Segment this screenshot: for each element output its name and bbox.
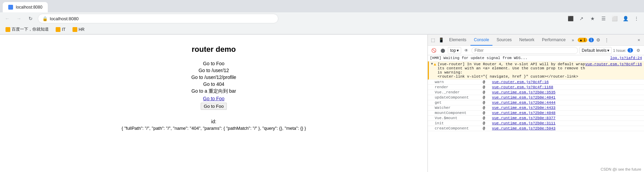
call-row-create: createComponent @ vue.runtime.esm.js?2b0…: [428, 126, 644, 131]
bookmarks-bar: 百度一下，你就知道 IT HR: [0, 25, 644, 34]
devtools-toolbar: ⬚ 📱 Elements Console Sources Network Per…: [428, 35, 644, 46]
devtools-more-icon[interactable]: ⋮: [603, 36, 610, 44]
csdn-watermark: CSDN @i see the future: [601, 167, 641, 171]
tab-elements[interactable]: Elements: [446, 35, 470, 46]
context-selector[interactable]: top ▾: [448, 47, 461, 54]
call-source-vue-render[interactable]: vue.runtime.esm.js?2b0e:3535: [492, 90, 556, 94]
console-settings-icon[interactable]: ⚙: [634, 47, 642, 54]
call-source-init[interactable]: vue.runtime.esm.js?2b0e:3111: [492, 121, 556, 125]
id-label: id:: [211, 119, 216, 124]
tab-favicon: [8, 5, 13, 10]
call-method-mount: mountComponent: [435, 111, 476, 115]
bookmark-hr[interactable]: HR: [70, 26, 87, 33]
at-label-7: @: [483, 111, 485, 115]
call-source-create[interactable]: vue.runtime.esm.js?2b0e:5943: [492, 126, 556, 130]
link-goto-foo-text: Go to Foo: [203, 61, 224, 66]
more-tabs-button[interactable]: »: [570, 36, 576, 44]
call-source-get[interactable]: vue.runtime.esm.js?2b0e:4444: [492, 101, 556, 105]
forward-button[interactable]: →: [14, 14, 23, 23]
default-levels-selector[interactable]: Default levels ▾: [579, 47, 612, 54]
warning-source[interactable]: vue-router.esm.js?8c4f:16: [585, 62, 642, 66]
preserve-log-button[interactable]: ⬤: [439, 47, 446, 54]
back-button[interactable]: ←: [3, 14, 12, 23]
at-label-5: @: [483, 101, 485, 105]
filter-input[interactable]: [471, 47, 578, 54]
link-goto-404: Go to 404: [203, 81, 224, 87]
at-label-2: @: [483, 85, 485, 89]
bookmark-baidu[interactable]: 百度一下，你就知道: [3, 26, 52, 33]
tab-performance[interactable]: Performance: [538, 35, 569, 46]
goto-foo-button[interactable]: Go to Foo: [201, 103, 227, 110]
warning-text: [vue-router] In Vue Router 4, the v-slot…: [437, 62, 585, 79]
eye-icon[interactable]: 👁: [463, 47, 470, 54]
console-output[interactable]: [HMR] Waiting for update signal from WDS…: [428, 55, 644, 172]
bookmark-icon[interactable]: ★: [588, 14, 597, 23]
at-label-10: @: [483, 126, 485, 130]
menu-icon[interactable]: ⋮: [632, 14, 641, 23]
clear-console-button[interactable]: 🚫: [430, 47, 437, 54]
page-content: router demo Go to Foo Go to /user/12 Go …: [0, 35, 428, 172]
tab-search-icon[interactable]: ☰: [599, 14, 608, 23]
bookmark-it[interactable]: IT: [53, 26, 68, 33]
lock-icon: 🔒: [42, 16, 48, 21]
refresh-button[interactable]: ↻: [26, 14, 35, 23]
call-source-dollar-mount[interactable]: vue.runtime.esm.js?2b0e:8377: [492, 116, 556, 120]
call-source-update[interactable]: vue.runtime.esm.js?2b0e:4041: [492, 95, 556, 100]
cast-icon[interactable]: ⬛: [566, 14, 575, 23]
profile-icon[interactable]: 👤: [621, 14, 630, 23]
call-row-update: updateComponent @ vue.runtime.esm.js?2b0…: [428, 95, 644, 100]
call-method-dollar-mount: Vue.$mount: [435, 116, 476, 120]
call-source-mount[interactable]: vue.runtime.esm.js?2b0e:4048: [492, 111, 556, 115]
bookmark-favicon: [5, 27, 10, 32]
main-container: router demo Go to Foo Go to /user/12 Go …: [0, 35, 644, 172]
toolbar-icons: ⬛ ↗ ★ ☰ ⬜ 👤 ⋮: [566, 14, 641, 23]
devtools-settings-icon[interactable]: ⚙: [595, 36, 602, 44]
browser-chrome: localhost:8080 ← → ↻ 🔒 localhost:8080 ⬛ …: [0, 0, 644, 35]
levels-dropdown-icon: ▾: [607, 48, 609, 53]
address-bar[interactable]: 🔒 localhost:8080: [38, 14, 278, 23]
at-label-4: @: [483, 95, 485, 100]
share-icon[interactable]: ↗: [577, 14, 586, 23]
tab-sources[interactable]: Sources: [493, 35, 515, 46]
at-label: @: [483, 80, 485, 84]
console-entry-warning: ▼ ▲ [vue-router] In Vue Router 4, the v-…: [428, 61, 644, 80]
tab-label: localhost:8080: [16, 5, 42, 10]
url-display: localhost:8080: [50, 16, 274, 21]
call-source-warn[interactable]: vue-router.esm.js?8c4f:16: [492, 80, 549, 84]
devtools-close-button[interactable]: ×: [635, 36, 643, 44]
bookmark-hr-favicon: [73, 27, 77, 32]
call-row-get: get @ vue.runtime.esm.js?2b0e:4444: [428, 100, 644, 105]
bookmark-hr-label: HR: [79, 27, 85, 32]
browser-tab[interactable]: localhost:8080: [3, 2, 48, 12]
warning-badge: ▲ 1: [578, 38, 587, 42]
at-label-6: @: [483, 106, 485, 110]
tab-console[interactable]: Console: [470, 35, 492, 46]
call-method-watcher: Watcher: [435, 106, 476, 110]
link-goto-user12-profile: Go to /user/12/profile: [191, 74, 236, 80]
at-label-9: @: [483, 121, 485, 125]
link-goto-foo-anchor[interactable]: Go to Foo: [203, 96, 224, 101]
call-row-render: render @ vue-router.esm.js?8c4f:1168: [428, 85, 644, 90]
call-method-render: render: [435, 85, 476, 89]
call-method-create: createComponent: [435, 126, 476, 130]
window-icon[interactable]: ⬜: [610, 14, 619, 23]
at-label-8: @: [483, 116, 485, 120]
call-row-dollar-mount: Vue.$mount @ vue.runtime.esm.js?2b0e:837…: [428, 116, 644, 121]
call-source-watcher[interactable]: vue.runtime.esm.js?2b0e:4433: [492, 106, 556, 110]
default-levels-label: Default levels: [582, 48, 607, 53]
tab-bar: localhost:8080: [0, 0, 644, 12]
link-goto-redirect-bar: Go to a 重定向到 bar: [191, 88, 236, 94]
context-label: top: [450, 48, 456, 53]
hmr-text: [HMR] Waiting for update signal from WDS…: [430, 56, 610, 60]
bookmark-it-favicon: [56, 27, 60, 32]
call-row-watcher: Watcher @ vue.runtime.esm.js?2b0e:4433: [428, 105, 644, 111]
call-method-get: get: [435, 101, 476, 105]
json-display: { "fullPath": "/", "path": "/", "name": …: [122, 126, 306, 131]
devtools-device-icon[interactable]: 📱: [437, 36, 445, 44]
devtools-inspect-icon[interactable]: ⬚: [429, 36, 437, 44]
console-entry-hmr: [HMR] Waiting for update signal from WDS…: [428, 55, 644, 61]
hmr-source[interactable]: log.js?1afd:24: [610, 56, 642, 60]
expand-icon[interactable]: ▼: [431, 62, 433, 66]
call-source-render[interactable]: vue-router.esm.js?8c4f:1168: [492, 85, 553, 89]
tab-network[interactable]: Network: [516, 35, 538, 46]
